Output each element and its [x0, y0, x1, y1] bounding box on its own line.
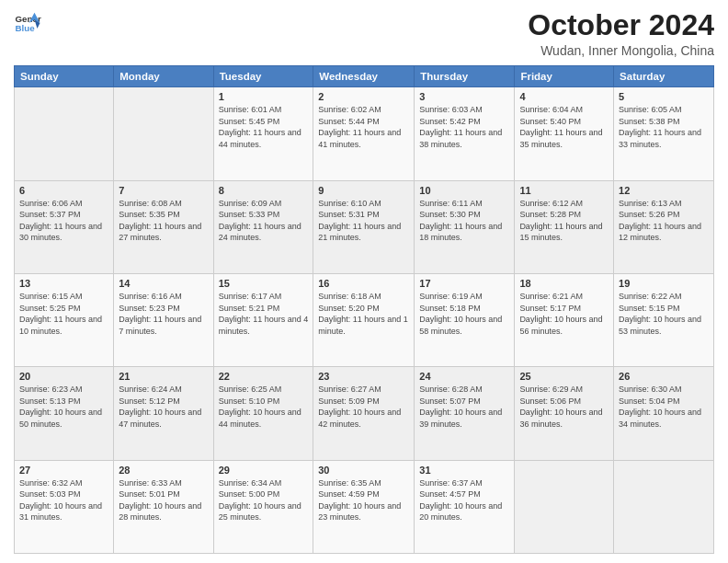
day-number: 5 — [619, 91, 709, 102]
day-number: 2 — [318, 91, 409, 102]
day-detail: Sunrise: 6:25 AM Sunset: 5:10 PM Dayligh… — [219, 384, 309, 430]
day-detail: Sunrise: 6:01 AM Sunset: 5:45 PM Dayligh… — [219, 104, 309, 150]
day-number: 13 — [19, 278, 108, 289]
calendar-cell: 14Sunrise: 6:16 AM Sunset: 5:23 PM Dayli… — [114, 273, 213, 366]
day-detail: Sunrise: 6:13 AM Sunset: 5:26 PM Dayligh… — [619, 198, 709, 244]
logo-icon: General Blue — [14, 9, 41, 37]
calendar-cell: 5Sunrise: 6:05 AM Sunset: 5:38 PM Daylig… — [614, 87, 714, 180]
day-number: 16 — [318, 278, 409, 289]
col-tuesday: Tuesday — [213, 66, 313, 87]
day-detail: Sunrise: 6:32 AM Sunset: 5:03 PM Dayligh… — [19, 477, 108, 523]
calendar-week-1: 1Sunrise: 6:01 AM Sunset: 5:45 PM Daylig… — [15, 87, 714, 180]
calendar-cell: 18Sunrise: 6:21 AM Sunset: 5:17 PM Dayli… — [515, 273, 614, 366]
calendar-cell — [614, 460, 714, 553]
day-detail: Sunrise: 6:33 AM Sunset: 5:01 PM Dayligh… — [119, 477, 208, 523]
main-title: October 2024 — [528, 9, 714, 41]
col-wednesday: Wednesday — [313, 66, 415, 87]
col-thursday: Thursday — [415, 66, 515, 87]
logo: General Blue — [14, 9, 41, 37]
day-number: 20 — [19, 371, 108, 382]
calendar-week-5: 27Sunrise: 6:32 AM Sunset: 5:03 PM Dayli… — [15, 460, 714, 553]
calendar-cell: 22Sunrise: 6:25 AM Sunset: 5:10 PM Dayli… — [213, 367, 313, 460]
day-number: 17 — [419, 278, 509, 289]
day-detail: Sunrise: 6:29 AM Sunset: 5:06 PM Dayligh… — [519, 384, 609, 430]
day-detail: Sunrise: 6:22 AM Sunset: 5:15 PM Dayligh… — [619, 291, 709, 337]
calendar-week-3: 13Sunrise: 6:15 AM Sunset: 5:25 PM Dayli… — [15, 273, 714, 366]
calendar-cell: 25Sunrise: 6:29 AM Sunset: 5:06 PM Dayli… — [515, 367, 614, 460]
calendar-cell: 7Sunrise: 6:08 AM Sunset: 5:35 PM Daylig… — [114, 180, 213, 273]
day-detail: Sunrise: 6:08 AM Sunset: 5:35 PM Dayligh… — [119, 198, 208, 244]
day-number: 12 — [619, 185, 709, 196]
calendar-cell — [515, 460, 614, 553]
day-number: 31 — [419, 465, 509, 476]
day-number: 14 — [119, 278, 208, 289]
calendar-cell: 16Sunrise: 6:18 AM Sunset: 5:20 PM Dayli… — [313, 273, 415, 366]
title-block: October 2024 Wudan, Inner Mongolia, Chin… — [528, 9, 714, 58]
calendar-cell: 4Sunrise: 6:04 AM Sunset: 5:40 PM Daylig… — [515, 87, 614, 180]
calendar-cell: 8Sunrise: 6:09 AM Sunset: 5:33 PM Daylig… — [213, 180, 313, 273]
day-number: 3 — [419, 91, 509, 102]
day-number: 28 — [119, 465, 208, 476]
calendar-cell: 28Sunrise: 6:33 AM Sunset: 5:01 PM Dayli… — [114, 460, 213, 553]
day-detail: Sunrise: 6:30 AM Sunset: 5:04 PM Dayligh… — [619, 384, 709, 430]
day-detail: Sunrise: 6:10 AM Sunset: 5:31 PM Dayligh… — [318, 198, 409, 244]
calendar-cell: 29Sunrise: 6:34 AM Sunset: 5:00 PM Dayli… — [213, 460, 313, 553]
calendar-cell — [114, 87, 213, 180]
svg-text:Blue: Blue — [16, 23, 36, 33]
calendar-cell: 23Sunrise: 6:27 AM Sunset: 5:09 PM Dayli… — [313, 367, 415, 460]
day-detail: Sunrise: 6:24 AM Sunset: 5:12 PM Dayligh… — [119, 384, 208, 430]
day-detail: Sunrise: 6:12 AM Sunset: 5:28 PM Dayligh… — [519, 198, 609, 244]
day-detail: Sunrise: 6:27 AM Sunset: 5:09 PM Dayligh… — [318, 384, 409, 430]
day-number: 4 — [519, 91, 609, 102]
day-number: 25 — [519, 371, 609, 382]
day-detail: Sunrise: 6:06 AM Sunset: 5:37 PM Dayligh… — [19, 198, 108, 244]
day-detail: Sunrise: 6:19 AM Sunset: 5:18 PM Dayligh… — [419, 291, 509, 337]
day-detail: Sunrise: 6:02 AM Sunset: 5:44 PM Dayligh… — [318, 104, 409, 150]
calendar-cell: 19Sunrise: 6:22 AM Sunset: 5:15 PM Dayli… — [614, 273, 714, 366]
day-number: 1 — [219, 91, 309, 102]
calendar-cell: 27Sunrise: 6:32 AM Sunset: 5:03 PM Dayli… — [15, 460, 114, 553]
calendar-cell: 20Sunrise: 6:23 AM Sunset: 5:13 PM Dayli… — [15, 367, 114, 460]
calendar-cell: 15Sunrise: 6:17 AM Sunset: 5:21 PM Dayli… — [213, 273, 313, 366]
calendar-cell: 31Sunrise: 6:37 AM Sunset: 4:57 PM Dayli… — [415, 460, 515, 553]
day-number: 26 — [619, 371, 709, 382]
subtitle: Wudan, Inner Mongolia, China — [528, 43, 714, 58]
calendar-cell: 3Sunrise: 6:03 AM Sunset: 5:42 PM Daylig… — [415, 87, 515, 180]
header: General Blue October 2024 Wudan, Inner M… — [14, 9, 714, 58]
calendar-cell: 30Sunrise: 6:35 AM Sunset: 4:59 PM Dayli… — [313, 460, 415, 553]
day-detail: Sunrise: 6:37 AM Sunset: 4:57 PM Dayligh… — [419, 477, 509, 523]
day-detail: Sunrise: 6:35 AM Sunset: 4:59 PM Dayligh… — [318, 477, 409, 523]
day-number: 8 — [219, 185, 309, 196]
day-detail: Sunrise: 6:15 AM Sunset: 5:25 PM Dayligh… — [19, 291, 108, 337]
day-number: 29 — [219, 465, 309, 476]
calendar-cell: 17Sunrise: 6:19 AM Sunset: 5:18 PM Dayli… — [415, 273, 515, 366]
day-detail: Sunrise: 6:16 AM Sunset: 5:23 PM Dayligh… — [119, 291, 208, 337]
day-detail: Sunrise: 6:18 AM Sunset: 5:20 PM Dayligh… — [318, 291, 409, 337]
calendar-cell: 24Sunrise: 6:28 AM Sunset: 5:07 PM Dayli… — [415, 367, 515, 460]
day-detail: Sunrise: 6:11 AM Sunset: 5:30 PM Dayligh… — [419, 198, 509, 244]
day-detail: Sunrise: 6:03 AM Sunset: 5:42 PM Dayligh… — [419, 104, 509, 150]
day-detail: Sunrise: 6:28 AM Sunset: 5:07 PM Dayligh… — [419, 384, 509, 430]
calendar-table: Sunday Monday Tuesday Wednesday Thursday… — [14, 65, 714, 554]
day-number: 23 — [318, 371, 409, 382]
day-detail: Sunrise: 6:23 AM Sunset: 5:13 PM Dayligh… — [19, 384, 108, 430]
col-saturday: Saturday — [614, 66, 714, 87]
day-number: 6 — [19, 185, 108, 196]
day-detail: Sunrise: 6:34 AM Sunset: 5:00 PM Dayligh… — [219, 477, 309, 523]
calendar-cell: 2Sunrise: 6:02 AM Sunset: 5:44 PM Daylig… — [313, 87, 415, 180]
day-number: 19 — [619, 278, 709, 289]
day-number: 10 — [419, 185, 509, 196]
day-detail: Sunrise: 6:04 AM Sunset: 5:40 PM Dayligh… — [519, 104, 609, 150]
col-monday: Monday — [114, 66, 213, 87]
calendar-cell: 9Sunrise: 6:10 AM Sunset: 5:31 PM Daylig… — [313, 180, 415, 273]
day-number: 15 — [219, 278, 309, 289]
calendar-cell: 26Sunrise: 6:30 AM Sunset: 5:04 PM Dayli… — [614, 367, 714, 460]
calendar-cell: 13Sunrise: 6:15 AM Sunset: 5:25 PM Dayli… — [15, 273, 114, 366]
day-number: 7 — [119, 185, 208, 196]
day-detail: Sunrise: 6:09 AM Sunset: 5:33 PM Dayligh… — [219, 198, 309, 244]
day-number: 30 — [318, 465, 409, 476]
header-row: Sunday Monday Tuesday Wednesday Thursday… — [15, 66, 714, 87]
calendar-cell: 1Sunrise: 6:01 AM Sunset: 5:45 PM Daylig… — [213, 87, 313, 180]
day-number: 27 — [19, 465, 108, 476]
day-detail: Sunrise: 6:21 AM Sunset: 5:17 PM Dayligh… — [519, 291, 609, 337]
